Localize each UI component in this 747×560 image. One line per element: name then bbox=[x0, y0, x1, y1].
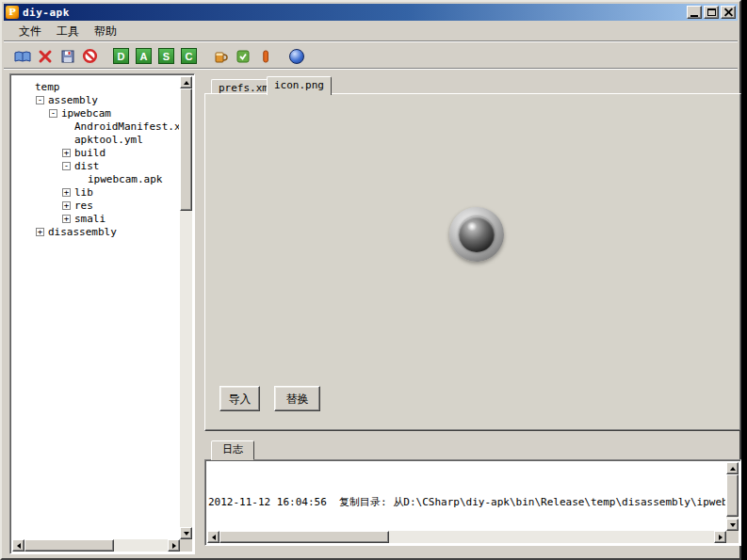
arrow-down-icon bbox=[184, 532, 189, 538]
tree-vertical-scrollbar[interactable] bbox=[180, 76, 192, 539]
scroll-up-button[interactable] bbox=[726, 462, 739, 474]
tree-horizontal-scrollbar[interactable] bbox=[12, 539, 180, 552]
stop-icon bbox=[82, 48, 98, 64]
toolbar-separator bbox=[102, 56, 110, 56]
close-button[interactable] bbox=[721, 6, 736, 19]
letter-a-icon: A bbox=[136, 48, 152, 64]
tree-item-label: lib bbox=[74, 186, 93, 199]
collapse-icon[interactable]: - bbox=[49, 109, 57, 118]
d-button[interactable]: D bbox=[110, 45, 132, 67]
letter-c-icon: C bbox=[181, 48, 197, 64]
s-button[interactable]: S bbox=[155, 45, 177, 67]
expand-icon[interactable]: + bbox=[62, 201, 71, 210]
tab-log[interactable]: 日志 bbox=[211, 440, 254, 460]
toolbar-separator bbox=[201, 56, 209, 56]
file-tree: temp -assembly -ipwebcam AndroidManifest… bbox=[13, 77, 179, 538]
menu-help[interactable]: 帮助 bbox=[87, 22, 124, 41]
tree-item-label: apktool.yml bbox=[74, 134, 143, 146]
sign-button[interactable] bbox=[209, 45, 231, 67]
letter-s-icon: S bbox=[158, 48, 174, 64]
tree-item-androidmanifest[interactable]: AndroidManifest.xml bbox=[13, 120, 179, 133]
scrollbar-thumb[interactable] bbox=[180, 88, 192, 211]
tree-item-label: temp bbox=[35, 81, 60, 93]
expand-icon[interactable]: + bbox=[62, 149, 71, 157]
tree-item-lib[interactable]: +lib bbox=[13, 185, 179, 199]
import-button[interactable]: 导入 bbox=[219, 386, 260, 411]
scroll-right-button[interactable] bbox=[714, 531, 726, 543]
tree-item-label: dist bbox=[74, 160, 100, 172]
replace-button[interactable]: 替换 bbox=[274, 386, 320, 411]
delete-icon bbox=[38, 49, 53, 64]
tab-icon-png[interactable]: icon.png bbox=[267, 76, 332, 95]
tree-item-dist[interactable]: -dist bbox=[13, 159, 179, 172]
save-button[interactable] bbox=[57, 45, 78, 67]
a-button[interactable]: A bbox=[133, 45, 154, 67]
menu-file[interactable]: 文件 bbox=[11, 22, 49, 41]
titlebar: P diy-apk bbox=[4, 4, 738, 21]
app-window: P diy-apk 文件 工具 帮助 D A S C bbox=[0, 0, 741, 560]
scrollbar-thumb[interactable] bbox=[219, 531, 389, 543]
expand-icon[interactable]: + bbox=[36, 228, 44, 236]
tree-item-label: assembly bbox=[48, 94, 98, 106]
close-icon bbox=[724, 8, 733, 17]
open-button[interactable] bbox=[11, 45, 33, 67]
letter-d-icon: D bbox=[113, 48, 129, 64]
scroll-down-button[interactable] bbox=[726, 519, 739, 531]
collapse-icon[interactable]: - bbox=[62, 162, 71, 170]
maximize-icon bbox=[707, 8, 716, 16]
scroll-left-button[interactable] bbox=[207, 531, 219, 543]
tree-item-build[interactable]: +build bbox=[13, 146, 179, 159]
green-box-icon bbox=[235, 49, 251, 64]
toolbar-separator-line bbox=[4, 68, 738, 70]
help-button[interactable] bbox=[285, 45, 307, 67]
log-horizontal-scrollbar[interactable] bbox=[207, 531, 726, 543]
scrollbar-corner bbox=[180, 539, 192, 552]
minimize-icon bbox=[690, 15, 698, 17]
tree-item-label: res bbox=[74, 200, 93, 212]
save-icon bbox=[60, 49, 75, 64]
tree-item-smali[interactable]: +smali bbox=[13, 212, 179, 225]
arrow-right-icon bbox=[172, 543, 179, 549]
tree-item-assembly[interactable]: -assembly bbox=[13, 93, 179, 106]
menu-tools[interactable]: 工具 bbox=[49, 22, 87, 41]
tree-item-label: disassembly bbox=[48, 226, 117, 238]
scroll-left-button[interactable] bbox=[12, 539, 24, 552]
tree-item-res[interactable]: +res bbox=[13, 199, 179, 212]
maximize-button[interactable] bbox=[704, 6, 719, 19]
scroll-up-button[interactable] bbox=[180, 76, 192, 88]
minimize-button[interactable] bbox=[687, 6, 702, 19]
menu-separator bbox=[4, 40, 738, 42]
orange-bar-icon bbox=[258, 49, 273, 64]
lens-glint bbox=[466, 222, 478, 231]
tree-item-apktool-yml[interactable]: apktool.yml bbox=[13, 133, 179, 146]
collapse-icon[interactable]: - bbox=[36, 96, 44, 104]
tree-item-label: build bbox=[74, 147, 106, 159]
app-logo-icon: P bbox=[6, 6, 19, 19]
window-controls bbox=[687, 6, 736, 19]
log-vertical-scrollbar[interactable] bbox=[726, 462, 739, 531]
expand-icon[interactable]: + bbox=[62, 188, 71, 197]
arrow-left-icon bbox=[209, 535, 216, 540]
scrollbar-thumb[interactable] bbox=[24, 539, 114, 552]
mug-icon bbox=[213, 49, 228, 64]
tree-item-ipwebcam[interactable]: -ipwebcam bbox=[13, 106, 179, 120]
camera-lens-image bbox=[449, 207, 504, 262]
package-button[interactable] bbox=[232, 45, 253, 67]
file-tree-panel: temp -assembly -ipwebcam AndroidManifest… bbox=[9, 73, 195, 554]
scrollbar-thumb[interactable] bbox=[726, 474, 739, 517]
scroll-down-button[interactable] bbox=[180, 527, 192, 539]
c-button[interactable]: C bbox=[178, 45, 200, 67]
tree-item-ipwebcam-apk[interactable]: ipwebcam.apk bbox=[13, 172, 179, 185]
stop-button[interactable] bbox=[79, 45, 101, 67]
lens-inner bbox=[459, 216, 495, 252]
window-title: diy-apk bbox=[23, 7, 70, 19]
menu-bar: 文件 工具 帮助 bbox=[4, 22, 738, 40]
arrow-left-icon bbox=[14, 543, 21, 549]
expand-icon[interactable]: + bbox=[62, 215, 71, 223]
delete-button[interactable] bbox=[34, 45, 56, 67]
tree-item-label: AndroidManifest.xml bbox=[74, 120, 179, 133]
scroll-right-button[interactable] bbox=[168, 539, 180, 552]
tree-item-temp[interactable]: temp bbox=[13, 80, 179, 93]
tree-item-disassembly[interactable]: +disassembly bbox=[13, 225, 179, 238]
install-button[interactable] bbox=[254, 45, 276, 67]
